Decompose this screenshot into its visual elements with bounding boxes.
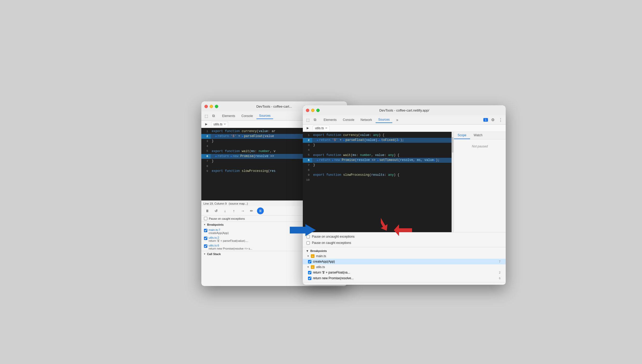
drop-main-ts-expand: ▼ [307,255,309,257]
tab-watch[interactable]: Watch [470,132,486,139]
tab-sources-back[interactable]: Sources [256,113,273,119]
minimize-button-back[interactable] [210,105,213,108]
code-line-3-front: 3 } [303,143,454,148]
debug-active-back[interactable]: ⏸ [257,207,264,214]
drop-createapp-check[interactable] [308,260,311,263]
pause-caught-label: Pause on caught exceptions [312,241,351,245]
window-title-front: DevTools - coffee-cart.netlify.app/ [379,108,429,112]
drop-bp2-label: return new Promise(resolve... [313,276,354,280]
pause-caught-check[interactable] [306,241,310,245]
device-icon-back[interactable]: ⧉ [211,113,216,119]
content-row-front: 1 export function currency(value: any) {… [303,132,506,285]
pause-checkbox-back[interactable] [204,217,207,220]
drop-breakpoints-header[interactable]: ▼ Breakpoints [303,248,454,254]
debug-continue-back[interactable]: → [239,207,246,214]
main-ts-icon: ts [311,254,314,258]
minimize-button-front[interactable] [311,109,314,112]
bp-location-utils6-back: utils.ts:6 [209,244,252,247]
drop-bp1[interactable]: return '$' + parseFloat(va... 2 [303,270,454,275]
callstack-label-back: Call Stack [207,252,221,256]
drop-createapp-label: createApp(App) [313,260,335,263]
code-line-1-front: 1 export function currency(value: any) { [303,133,454,138]
code-line-5-front: 5 export function wait(ms: number, value… [303,153,454,158]
file-tab-label-back: utils.ts [214,122,222,126]
code-line-2-front: 2 ▶return '$' + ▶parseFloat(value).▶toFi… [303,138,454,143]
tab-sources-front[interactable]: Sources [376,117,392,123]
code-line-10-front: 10 [303,178,454,183]
utils-ts-icon: ts [311,265,314,269]
inspect-icon-front[interactable]: ⬚ [305,117,311,123]
bp-location-main-back: main.ts:7 [209,228,229,231]
devtools-window-front: DevTools - coffee-cart.netlify.app/ ⬚ ⧉ … [303,105,506,285]
bp-location-utils2-back: utils.ts:2 [209,236,248,239]
tab-console-back[interactable]: Console [239,113,255,119]
tab-network-front[interactable]: Network [358,117,375,123]
drop-utils-ts-expand: ▼ [307,266,309,268]
inspect-icon-back[interactable]: ⬚ [203,113,209,119]
dropdown-panel: Pause on uncaught exceptions Pause on ca… [303,232,454,285]
drop-main-ts-header: ▼ ts main.ts [303,254,454,259]
drop-call-stack-header[interactable]: ▼ Call Stack [303,283,454,285]
close-button-back[interactable] [204,105,208,108]
code-line-7-front: 7 } [303,163,454,168]
callstack-arrow-back: ▼ [203,253,206,255]
settings-icon[interactable]: ⚙ [490,117,496,123]
more-options-icon[interactable]: ⋮ [497,117,504,123]
tab-console-front[interactable]: Console [340,117,357,123]
debug-step-into-back[interactable]: ↓ [222,207,228,214]
drop-bp2[interactable]: return new Promise(resolve... 6 [303,275,454,281]
bp-code-utils2-back: return '$' + parseFloat(value).... [209,239,248,242]
not-paused-label: Not paused [454,139,506,153]
scope-watch-tabs: Scope Watch [454,132,506,139]
debug-pause-back[interactable]: ⏸ [204,207,211,214]
window-title-back: DevTools - coffee-cart... [256,105,292,108]
maximize-button-front[interactable] [316,109,320,112]
tab-scope[interactable]: Scope [454,132,470,139]
close-button-front[interactable] [306,109,309,112]
svg-marker-2 [394,224,412,236]
file-tab-utils-back[interactable]: utils.ts ✕ [211,122,228,127]
bp-code-utils6-back: return new Promise(resolve => s... [209,247,252,250]
source-header-front: ▶ utils.ts ✕ [303,125,506,132]
titlebar-front: DevTools - coffee-cart.netlify.app/ [303,105,506,115]
scrollbar-thumb[interactable] [452,137,453,153]
file-tab-close-front[interactable]: ✕ [325,127,327,129]
tab-elements-front[interactable]: Elements [321,117,339,123]
maximize-button-back[interactable] [215,105,218,108]
code-line-8-front: 8 [303,168,454,173]
drop-createapp-bp[interactable]: createApp(App) 7 [303,259,454,264]
bp-check-utils2-back[interactable] [204,237,207,240]
file-tab-label-front: utils.ts [315,126,324,130]
drop-main-ts-label: main.ts [316,254,326,258]
traffic-lights-back [204,105,218,108]
bp-check-utils6-back[interactable] [204,244,207,248]
drop-bp2-check[interactable] [308,277,311,280]
debug-step-over-back[interactable]: ↺ [213,207,220,214]
code-editor-front: 1 export function currency(value: any) {… [303,132,454,285]
traffic-lights-front [306,109,320,112]
svg-marker-1 [381,216,390,231]
debug-step-out-back[interactable]: ↑ [230,207,237,214]
drop-cs-arrow: ▼ [306,284,309,285]
bp-code-main-back: createApp(App) [209,231,229,235]
arrow-blue [290,224,316,238]
notification-badge: 1 [483,118,488,122]
code-line-9-front: 9 export function slowProcessing(results… [303,173,454,178]
pause-label-back: Pause on caught exceptions [209,217,245,220]
device-icon-front[interactable]: ⧉ [312,117,318,123]
bp-check-main-back[interactable] [204,229,207,232]
drop-bp1-check[interactable] [308,271,311,274]
drop-bp1-label: return '$' + parseFloat(va... [313,271,350,274]
code-line-4-front: 4 [303,148,454,153]
more-tabs-icon[interactable]: » [394,117,400,123]
play-icon-back[interactable]: ▶ [203,121,209,127]
status-source-map-back: (source map...) [229,202,248,205]
svg-marker-0 [290,224,316,236]
file-tab-close-back[interactable]: ✕ [224,123,226,126]
tab-elements-back[interactable]: Elements [220,113,238,119]
drop-bp-label: Breakpoints [310,249,327,252]
play-icon-front[interactable]: ▶ [305,125,311,131]
devtools-tabs-front: ⬚ ⧉ Elements Console Network Sources » 1… [303,115,506,125]
file-tab-utils-front[interactable]: utils.ts ✕ [313,126,330,131]
debug-deactivate-back[interactable]: ✏ [248,207,255,214]
